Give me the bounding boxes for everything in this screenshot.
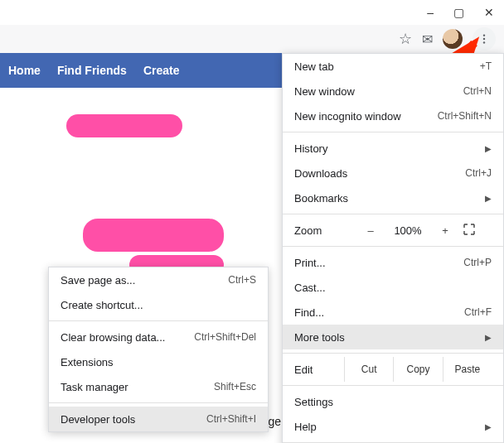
menu-label: Zoom (294, 224, 352, 237)
more-tools-submenu: Save page as... Ctrl+S Create shortcut..… (48, 267, 269, 432)
menu-label: Edit (294, 364, 344, 376)
chevron-right-icon: ▶ (485, 422, 492, 431)
menu-print[interactable]: Print... Ctrl+P (283, 250, 503, 275)
svg-point-1 (483, 38, 485, 40)
chrome-main-menu: New tab +T New window Ctrl+N New incogni… (282, 53, 504, 443)
menu-shortcut: Ctrl+S (228, 274, 256, 286)
menu-label: Extensions (61, 356, 256, 368)
zoom-percent: 100% (389, 224, 427, 237)
menu-shortcut: Ctrl+F (464, 306, 492, 318)
menu-history[interactable]: History ▶ (283, 136, 503, 161)
menu-shortcut: Ctrl+Shift+I (206, 413, 256, 425)
menu-label: Bookmarks (294, 192, 485, 205)
submenu-clear-browsing-data[interactable]: Clear browsing data... Ctrl+Shift+Del (49, 325, 268, 349)
kebab-icon (478, 33, 490, 45)
menu-shortcut: Ctrl+P (463, 257, 492, 268)
menu-new-window[interactable]: New window Ctrl+N (283, 79, 503, 104)
edit-paste-button[interactable]: Paste (443, 357, 492, 382)
menu-label: Task manager (61, 381, 214, 393)
menu-more-tools[interactable]: More tools ▶ (283, 325, 503, 349)
menu-label: New tab (294, 60, 480, 73)
window-maximize-button[interactable]: ▢ (453, 6, 464, 19)
window-minimize-button[interactable]: – (427, 6, 434, 19)
menu-bookmarks[interactable]: Bookmarks ▶ (283, 185, 503, 210)
fullscreen-button[interactable] (463, 224, 478, 238)
menu-settings[interactable]: Settings (283, 389, 503, 414)
chevron-right-icon: ▶ (485, 144, 492, 153)
menu-label: New incognito window (294, 110, 438, 123)
submenu-developer-tools[interactable]: Developer tools Ctrl+Shift+I (49, 407, 268, 431)
window-close-button[interactable]: ✕ (484, 6, 494, 19)
nav-create[interactable]: Create (143, 64, 180, 77)
menu-shortcut: Shift+Esc (214, 381, 256, 392)
chat-bubble (66, 114, 182, 137)
submenu-save-page[interactable]: Save page as... Ctrl+S (49, 267, 268, 292)
browser-toolbar: ☆ ✉ (0, 25, 504, 53)
submenu-extensions[interactable]: Extensions (49, 349, 268, 374)
chat-bubble (83, 219, 224, 252)
mail-icon[interactable]: ✉ (422, 31, 433, 47)
menu-label: Clear browsing data... (61, 331, 194, 344)
zoom-out-button[interactable]: – (361, 224, 380, 237)
menu-label: Print... (294, 257, 463, 269)
menu-help[interactable]: Help ▶ (283, 414, 503, 439)
fullscreen-icon (463, 224, 475, 235)
menu-shortcut: Ctrl+Shift+Del (194, 331, 256, 343)
submenu-task-manager[interactable]: Task manager Shift+Esc (49, 374, 268, 399)
menu-new-incognito[interactable]: New incognito window Ctrl+Shift+N (283, 104, 503, 128)
zoom-in-button[interactable]: + (435, 224, 455, 237)
chrome-menu-button[interactable] (472, 27, 496, 51)
menu-label: More tools (294, 331, 485, 344)
edit-copy-button[interactable]: Copy (393, 357, 442, 382)
menu-new-tab[interactable]: New tab +T (283, 54, 503, 79)
nav-find-friends[interactable]: Find Friends (57, 64, 127, 77)
menu-label: Developer tools (61, 413, 206, 426)
menu-shortcut: Ctrl+Shift+N (438, 110, 492, 122)
menu-label: Create shortcut... (61, 299, 256, 311)
svg-point-0 (483, 34, 485, 36)
menu-find[interactable]: Find... Ctrl+F (283, 300, 503, 325)
menu-cast[interactable]: Cast... (283, 275, 503, 300)
menu-label: Settings (294, 396, 492, 408)
menu-label: Downloads (294, 167, 465, 180)
menu-edit: Edit Cut Copy Paste (283, 357, 503, 382)
menu-label: History (294, 142, 485, 155)
menu-shortcut: Ctrl+J (465, 167, 492, 179)
menu-label: New window (294, 85, 463, 98)
menu-downloads[interactable]: Downloads Ctrl+J (283, 161, 503, 185)
profile-avatar[interactable] (443, 29, 463, 49)
menu-label: Save page as... (61, 274, 228, 287)
menu-zoom: Zoom – 100% + (283, 218, 503, 243)
bookmark-star-icon[interactable]: ☆ (399, 30, 412, 48)
chevron-right-icon: ▶ (485, 333, 492, 342)
menu-label: Help (294, 421, 485, 433)
submenu-create-shortcut[interactable]: Create shortcut... (49, 292, 268, 317)
menu-label: Find... (294, 306, 464, 319)
nav-home[interactable]: Home (8, 64, 41, 77)
menu-shortcut: +T (480, 60, 492, 72)
window-controls: – ▢ ✕ (427, 0, 504, 25)
menu-label: Cast... (294, 282, 492, 294)
svg-point-2 (483, 41, 485, 43)
menu-shortcut: Ctrl+N (463, 85, 492, 97)
chevron-right-icon: ▶ (485, 194, 492, 203)
edit-cut-button[interactable]: Cut (344, 357, 393, 382)
